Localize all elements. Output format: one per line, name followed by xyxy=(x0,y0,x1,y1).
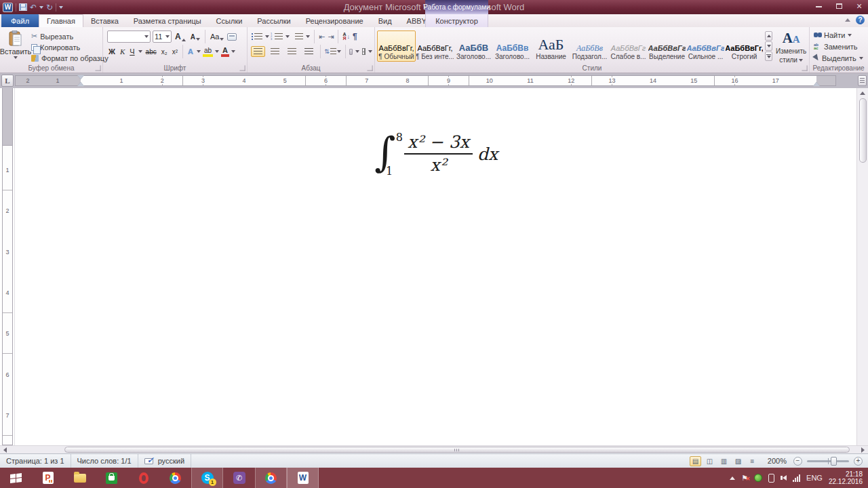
justify-button[interactable] xyxy=(302,46,316,57)
vertical-scrollbar-thumb[interactable] xyxy=(859,98,867,163)
tab-insert[interactable]: Вставка xyxy=(83,14,126,27)
font-size-dropdown-icon[interactable] xyxy=(165,35,170,38)
view-web-layout-button[interactable]: ▥ xyxy=(718,456,730,466)
numbering-icon[interactable] xyxy=(275,33,283,40)
tab-page-layout[interactable]: Разметка страницы xyxy=(126,14,209,27)
font-name-combo[interactable] xyxy=(107,30,151,43)
taskbar-opera[interactable] xyxy=(127,468,159,488)
subscript-button[interactable]: x₂ xyxy=(160,47,169,56)
italic-button[interactable]: К xyxy=(119,47,126,56)
help-icon[interactable]: ? xyxy=(856,16,865,24)
start-button[interactable] xyxy=(0,468,32,488)
styles-more-icon[interactable] xyxy=(765,52,772,61)
input-language-indicator[interactable]: ENG xyxy=(806,474,823,482)
copy-button[interactable]: Копировать xyxy=(31,42,108,52)
paragraph-dialog-launcher-icon[interactable] xyxy=(367,65,372,70)
horizontal-ruler[interactable]: 211234567891011121314151617 xyxy=(15,75,836,86)
undo-dropdown-icon[interactable] xyxy=(39,6,43,9)
style-heading1[interactable]: АаБбВ Заголово... xyxy=(454,30,493,62)
cut-button[interactable]: ✂ Вырезать xyxy=(31,31,108,41)
document-page[interactable]: ∫ 8 1 x² − 3x x² dx xyxy=(16,88,856,445)
tab-mailings[interactable]: Рассылки xyxy=(250,14,298,27)
maximize-button[interactable] xyxy=(833,1,845,11)
scroll-right-icon[interactable] xyxy=(861,447,865,453)
network-signal-icon[interactable] xyxy=(793,474,800,482)
view-ruler-toggle-button[interactable] xyxy=(858,75,867,86)
style-no-spacing[interactable]: АаБбВвГг, ¶ Без инте... xyxy=(416,30,454,62)
close-button[interactable]: × xyxy=(853,1,865,11)
style-subtle-emphasis[interactable]: АаБбВвГг Слабое в... xyxy=(609,30,648,62)
language-indicator[interactable]: ✓ русский xyxy=(138,454,191,468)
view-outline-button[interactable]: ▨ xyxy=(732,456,744,466)
strikethrough-button[interactable]: abc xyxy=(144,47,158,56)
horizontal-scrollbar[interactable] xyxy=(0,445,868,453)
equation[interactable]: ∫ 8 1 x² − 3x x² dx xyxy=(16,130,856,178)
line-spacing-button[interactable]: ⇅ xyxy=(324,48,341,55)
word-count-indicator[interactable]: Число слов: 1/1 xyxy=(71,454,138,468)
tab-references[interactable]: Ссылки xyxy=(209,14,250,27)
increase-indent-icon[interactable]: ⇥ xyxy=(328,33,334,40)
font-name-dropdown-icon[interactable] xyxy=(144,35,149,38)
antivirus-tray-icon[interactable] xyxy=(754,474,762,482)
shading-dropdown-icon[interactable] xyxy=(355,50,359,53)
tab-home[interactable]: Главная xyxy=(39,14,83,27)
superscript-button[interactable]: x² xyxy=(171,47,179,56)
zoom-in-button[interactable]: + xyxy=(854,457,863,466)
font-size-combo[interactable]: 11 xyxy=(153,30,172,43)
sort-button[interactable]: АЯ ↓ xyxy=(342,33,350,41)
style-emphasis[interactable]: АаБбВвГг Выделение xyxy=(648,30,686,62)
style-strong[interactable]: АаБбВвГг, Строгий xyxy=(725,30,764,62)
save-icon[interactable] xyxy=(19,3,27,11)
bullets-dropdown-icon[interactable] xyxy=(265,35,269,38)
taskbar-windows-store[interactable] xyxy=(96,468,127,488)
decrease-indent-icon[interactable]: ⇤ xyxy=(319,33,325,40)
format-painter-button[interactable]: Формат по образцу xyxy=(31,53,108,63)
view-print-layout-button[interactable]: ▤ xyxy=(690,456,701,466)
show-paragraph-marks-button[interactable]: ¶ xyxy=(353,32,357,41)
borders-dropdown-icon[interactable] xyxy=(368,50,372,53)
horizontal-scrollbar-thumb[interactable] xyxy=(64,447,850,453)
font-dialog-launcher-icon[interactable] xyxy=(239,65,245,70)
align-center-button[interactable] xyxy=(268,46,282,57)
borders-icon[interactable] xyxy=(362,48,366,55)
scroll-up-icon[interactable] xyxy=(860,92,865,95)
styles-scroll-down-icon[interactable] xyxy=(765,41,772,51)
right-indent-marker[interactable] xyxy=(813,82,820,86)
phonetic-guide-icon[interactable] xyxy=(227,33,237,41)
style-title[interactable]: АаБ Название xyxy=(532,30,570,62)
align-right-button[interactable] xyxy=(285,46,299,57)
taskbar-powerpoint[interactable]: P xyxy=(32,468,64,488)
shading-icon[interactable] xyxy=(349,49,353,55)
zoom-out-button[interactable]: − xyxy=(793,457,802,466)
paste-dropdown-icon[interactable] xyxy=(14,56,18,59)
styles-dialog-launcher-icon[interactable] xyxy=(802,65,807,70)
undo-icon[interactable]: ↶ xyxy=(30,3,37,12)
taskbar-chrome[interactable] xyxy=(159,468,191,488)
highlight-dropdown-icon[interactable] xyxy=(215,50,219,53)
zoom-slider-thumb[interactable] xyxy=(831,457,837,466)
bullets-icon[interactable] xyxy=(254,33,262,40)
change-case-button[interactable]: Аа xyxy=(209,32,226,41)
grow-font-button[interactable]: А xyxy=(174,31,187,42)
view-fullscreen-reading-button[interactable]: ◫ xyxy=(704,456,715,466)
taskbar-viber[interactable]: ✆ xyxy=(223,468,255,488)
align-left-button[interactable] xyxy=(251,46,265,57)
font-color-button[interactable]: А xyxy=(221,46,229,57)
taskbar-word[interactable]: W xyxy=(287,468,319,488)
font-color-dropdown-icon[interactable] xyxy=(231,50,235,53)
minimize-button[interactable] xyxy=(812,1,825,11)
style-heading2[interactable]: АаБбВв Заголово... xyxy=(493,30,532,62)
style-normal[interactable]: АаБбВвГг, ¶ Обычный xyxy=(377,30,416,62)
action-center-flag-icon[interactable]: ⚑✕ xyxy=(741,474,748,482)
hanging-indent-marker[interactable] xyxy=(77,82,84,86)
text-effects-button[interactable]: А xyxy=(186,47,195,56)
vertical-scrollbar[interactable] xyxy=(856,88,868,445)
taskbar-skype[interactable]: S1 xyxy=(191,468,223,488)
multilevel-list-icon[interactable] xyxy=(295,33,303,40)
text-effects-dropdown-icon[interactable] xyxy=(197,50,201,53)
tab-view[interactable]: Вид xyxy=(371,14,399,27)
spellcheck-icon[interactable]: ✓ xyxy=(144,457,155,465)
underline-button[interactable]: Ч xyxy=(128,47,136,56)
taskbar-chrome-running[interactable] xyxy=(255,468,287,488)
volume-icon[interactable] xyxy=(781,475,787,481)
